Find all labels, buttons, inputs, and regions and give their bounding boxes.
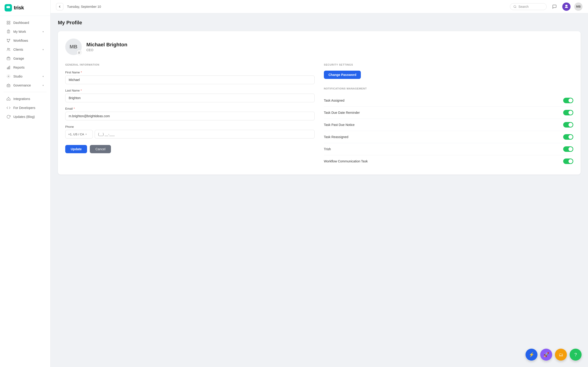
search-icon — [513, 5, 517, 8]
notification-trish: Trish — [324, 143, 573, 155]
topbar-right: Search MB — [510, 2, 582, 11]
sidebar-item-label: Garage — [13, 57, 24, 60]
phone-number-input[interactable] — [95, 130, 315, 139]
sidebar-nav: Dashboard My Work ▾ Workflows Clients ▾ … — [0, 16, 50, 367]
avatar: MB — [65, 39, 82, 55]
update-button[interactable]: Update — [65, 145, 87, 153]
sidebar-item-garage[interactable]: Garage — [2, 54, 48, 63]
sidebar-item-workflows[interactable]: Workflows — [2, 36, 48, 45]
chevron-down-icon: ▾ — [43, 30, 44, 33]
general-info-label: GENERAL INFORMATION — [65, 63, 315, 66]
svg-rect-17 — [9, 66, 10, 69]
sidebar-item-updates[interactable]: Updates (Blog) — [2, 112, 48, 121]
first-name-input[interactable] — [65, 75, 315, 84]
sidebar-item-label: Workflows — [13, 39, 28, 42]
svg-point-10 — [9, 39, 10, 40]
users-icon — [6, 48, 10, 52]
notifications-label: NOTIFICATIONS MANAGEMENT — [324, 87, 573, 90]
fab-blue-button[interactable]: ⚡ — [526, 349, 537, 361]
profile-job-title: CEO — [86, 48, 127, 52]
search-label: Search — [519, 5, 528, 8]
trisk-logo-icon — [5, 4, 12, 11]
email-group: Email * — [65, 107, 315, 120]
sidebar-item-integrations[interactable]: Integrations — [2, 94, 48, 103]
phone-group: Phone +1, US / CA ▾ — [65, 125, 315, 139]
blog-icon — [6, 115, 10, 119]
page-title: My Profile — [58, 20, 581, 26]
notification-toggle-task-past-due[interactable] — [563, 122, 573, 127]
profile-header: MB Michael Brighton CEO — [65, 39, 573, 55]
governance-icon — [6, 83, 10, 87]
sidebar-item-dashboard[interactable]: Dashboard — [2, 18, 48, 27]
last-name-input[interactable] — [65, 94, 315, 102]
profile-name: Michael Brighton — [86, 42, 127, 48]
chevron-down-icon: ▾ — [43, 75, 44, 78]
profile-body: GENERAL INFORMATION First Name * Last Na… — [65, 63, 573, 167]
notification-toggle-trish[interactable] — [563, 146, 573, 152]
messages-button[interactable] — [550, 2, 559, 11]
code-icon — [6, 106, 10, 110]
svg-point-23 — [514, 5, 516, 7]
email-input[interactable] — [65, 112, 315, 120]
phone-country-value: +1, US / CA — [68, 133, 84, 136]
topbar: Tuesday, September 10 Search MB — [51, 0, 588, 13]
back-button[interactable] — [56, 3, 63, 10]
required-star: * — [81, 71, 82, 74]
notification-toggle-workflow-comm[interactable] — [563, 158, 573, 164]
notification-task-past-due: Task Past Due Notice — [324, 119, 573, 131]
email-label: Email * — [65, 107, 315, 110]
notification-label: Workflow Communication Task — [324, 159, 368, 163]
svg-point-9 — [7, 39, 8, 40]
sidebar-item-label: Integrations — [13, 97, 30, 101]
form-actions: Update Cancel — [65, 145, 315, 153]
garage-icon — [6, 56, 10, 60]
fab-orange-button[interactable]: 🗂 — [555, 349, 567, 361]
notification-toggle-task-reassigned[interactable] — [563, 134, 573, 140]
fab-purple-button[interactable]: 🚀 — [540, 349, 552, 361]
notifications-section: Task Assigned Task Due Date Reminder Tas… — [324, 94, 573, 167]
notification-label: Task Assigned — [324, 99, 345, 102]
chevron-down-icon: ▾ — [86, 133, 87, 136]
notification-toggle-task-due-date[interactable] — [563, 110, 573, 115]
svg-rect-27 — [565, 5, 567, 6]
svg-rect-14 — [7, 58, 10, 60]
security-label: SECURITY SETTINGS — [324, 63, 573, 66]
back-arrow-icon — [58, 5, 61, 8]
svg-rect-15 — [7, 68, 8, 69]
logo: trisk — [0, 0, 50, 16]
main-content: My Profile MB Michael Brighton CEO — [51, 13, 588, 367]
sidebar-item-governance[interactable]: Governance ▾ — [2, 81, 48, 90]
user-avatar-initials[interactable]: MB — [574, 2, 582, 11]
svg-rect-2 — [9, 21, 10, 22]
svg-rect-3 — [7, 23, 8, 24]
first-name-group: First Name * — [65, 71, 315, 84]
ai-avatar-icon — [564, 4, 569, 9]
avatar-initials: MB — [69, 44, 78, 50]
change-password-button[interactable]: Change Password — [324, 71, 361, 79]
chevron-down-icon: ▾ — [43, 48, 44, 51]
phone-country-select[interactable]: +1, US / CA ▾ — [65, 130, 93, 139]
sidebar-item-clients[interactable]: Clients ▾ — [2, 45, 48, 54]
topbar-date: Tuesday, September 10 — [67, 5, 101, 8]
avatar-edit-button[interactable] — [77, 50, 82, 55]
sidebar: trisk Dashboard My Work ▾ Workflows Clie… — [0, 0, 51, 367]
sidebar-item-my-work[interactable]: My Work ▾ — [2, 27, 48, 36]
user-initials-text: MB — [576, 5, 581, 8]
sidebar-item-label: Reports — [13, 66, 25, 69]
sidebar-item-for-developers[interactable]: For Developers — [2, 103, 48, 112]
general-info-section: GENERAL INFORMATION First Name * Last Na… — [65, 63, 315, 167]
sidebar-item-label: My Work — [13, 30, 26, 33]
search-bar[interactable]: Search — [510, 3, 547, 10]
sidebar-divider — [4, 92, 47, 92]
fab-green-button[interactable]: ? — [570, 349, 582, 361]
notification-task-reassigned: Task Reassigned — [324, 131, 573, 143]
notification-toggle-task-assigned[interactable] — [563, 98, 573, 103]
sidebar-item-studio[interactable]: Studio ▾ — [2, 72, 48, 81]
user-avatar-purple[interactable] — [562, 2, 571, 11]
sidebar-item-label: Studio — [13, 75, 23, 78]
main-wrapper: Tuesday, September 10 Search MB My Profi… — [51, 0, 588, 367]
cancel-button[interactable]: Cancel — [90, 145, 111, 153]
workflow-icon — [6, 39, 10, 43]
sidebar-item-reports[interactable]: Reports — [2, 63, 48, 72]
required-star: * — [74, 107, 75, 110]
